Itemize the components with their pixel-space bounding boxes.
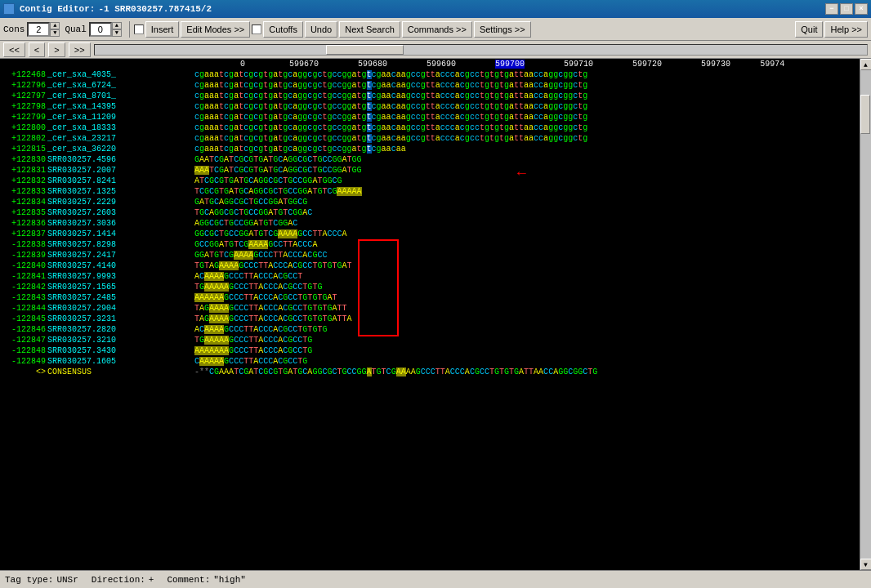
insert-checkbox[interactable] xyxy=(134,24,144,34)
close-button[interactable]: × xyxy=(855,3,868,15)
app-title: Contig Editor: xyxy=(20,4,95,14)
insert-button[interactable]: Insert xyxy=(145,21,180,38)
scroll-down-button[interactable]: ▼ xyxy=(860,559,872,570)
table-row: +122815_cer_sxa_36220 xyxy=(0,144,194,154)
vertical-scrollbar[interactable]: ▲ ▼ xyxy=(860,59,871,570)
table-row: +122834SRR030257.2229 xyxy=(0,197,194,207)
horizontal-scrollbar[interactable] xyxy=(94,44,868,56)
sequence-row: cgaaatcgatcgcgtgatgcaggcgctgccggatgtcgaa… xyxy=(194,133,860,144)
edit-modes-button[interactable]: Edit Modes >> xyxy=(181,21,250,38)
scroll-thumb[interactable] xyxy=(860,95,870,134)
read-name: SRR030257.2485 xyxy=(47,292,193,303)
sequence-data: GATGCAGGCGCTGCCGGATGGCG xyxy=(194,197,307,207)
read-name: SRR030257.1605 xyxy=(47,356,193,367)
row-number: +122468 xyxy=(0,69,47,80)
qual-input[interactable] xyxy=(89,22,112,37)
sequence-row: TCGCGTGATGCAGGCGCTGCCGGATGTCGAAAAA xyxy=(194,186,860,197)
read-name: _cer_sxa_8701_ xyxy=(47,91,193,101)
undo-button[interactable]: Undo xyxy=(305,21,337,38)
read-name: _cer_sxa_11209 xyxy=(47,112,193,122)
table-row: -122849SRR030257.1605 xyxy=(0,356,194,367)
commands-button[interactable]: Commands >> xyxy=(402,21,472,38)
settings-button[interactable]: Settings >> xyxy=(474,21,531,38)
sep1 xyxy=(129,21,130,38)
read-name: SRR030257.8241 xyxy=(47,176,193,186)
scroll-up-button[interactable]: ▲ xyxy=(860,59,872,70)
table-row: +122798_cer_sxa_14395 xyxy=(0,101,194,112)
sequence-data: TAGAAAAGCCCTTACCCACGCCTGTGTGATTA xyxy=(194,314,352,324)
cons-input[interactable] xyxy=(27,22,50,37)
table-row: +122833SRR030257.1325 xyxy=(0,186,194,197)
first-button[interactable]: << xyxy=(3,42,25,57)
row-number: +122835 xyxy=(0,207,47,218)
sequence-data: ACAAAAGCCCTTACCCACGCCTGTGTG xyxy=(194,324,327,335)
table-row: +122802_cer_sxa_23217 xyxy=(0,133,194,144)
comment-label: Comment: xyxy=(167,575,210,585)
app-icon xyxy=(3,3,15,15)
read-name: _cer_sxa_14395 xyxy=(47,101,193,112)
sequence-data: cgaaatcgatcgcgtgatgcaggcgctgccggatgtcgaa… xyxy=(194,122,587,133)
last-button[interactable]: >> xyxy=(69,42,91,57)
cutoffs-checkbox-area: Cutoffs xyxy=(252,21,303,38)
cons-spin-up[interactable]: ▲ xyxy=(50,22,60,29)
sequence-row: cgaaatcgatcgcgtgatgcaggcgctgccggatgtcgaa… xyxy=(194,112,860,122)
sequence-row: AAAAAAGCCCTTACCCACGCCTGTGTGAT xyxy=(194,292,860,303)
quit-button[interactable]: Quit xyxy=(795,21,823,38)
row-number: -122844 xyxy=(0,303,47,314)
read-name: _cer_sxa_36220 xyxy=(47,144,193,154)
minimize-button[interactable]: − xyxy=(825,3,838,15)
row-number: -122838 xyxy=(0,239,47,250)
scroll-track[interactable] xyxy=(860,70,872,559)
scrollbar-thumb[interactable] xyxy=(326,45,404,55)
sequence-data: TGTAGAAAAGCCCTTACCCACGCCTGTGTGAT xyxy=(194,261,352,271)
next-search-button[interactable]: Next Search xyxy=(339,21,400,38)
sequence-row: CAAAAAGCCCTTACCCACGCCTG xyxy=(194,356,860,367)
sequence-row: GCCGGATGTCGAAAAGCCTTACCCA xyxy=(194,239,860,250)
read-name: _cer_sxa_18333 xyxy=(47,122,193,133)
read-name: SRR030257.2417 xyxy=(47,250,193,261)
sequence-data: TAGAAAAGCCCTTACCCACGCCTGTGTGATT xyxy=(194,303,346,314)
table-row: -122845SRR030257.3231 xyxy=(0,314,194,324)
read-name: SRR030257.1414 xyxy=(47,229,193,239)
table-row: +122836SRR030257.3036 xyxy=(0,218,194,229)
read-name: SRR030257.4596 xyxy=(47,154,193,165)
table-row: +122830SRR030257.4596 xyxy=(0,154,194,165)
sequence-data: cgaaatcgatcgcgtgatgcaggcgctgccggatgtcgaa… xyxy=(194,144,406,154)
position-ruler: 0 599670 599680 599690 599700 599710 599… xyxy=(194,59,860,69)
sequence-row: ATCGCGTGATGCAGGCGCTGCCGGATGGCG xyxy=(194,176,860,186)
prev-button[interactable]: < xyxy=(29,42,45,57)
sequence-row: cgaaatcgatcgcgtgatgcaggcgctgccggatgtcgaa… xyxy=(194,101,860,112)
cons-label: Cons xyxy=(3,24,25,34)
table-row: +122468_cer_sxa_4035_ xyxy=(0,69,194,80)
row-number: +122830 xyxy=(0,154,47,165)
sequence-data: AAATCGATCGCGTGATGCAGGCGCTGCCGGATGG xyxy=(194,165,362,176)
title-bar: Contig Editor: -1 SRR030257.787415/2 − □… xyxy=(0,0,871,18)
row-number: +122834 xyxy=(0,197,47,207)
sequence-data: ATCGCGTGATGCAGGCGCTGCCGGATGGCG xyxy=(194,176,342,186)
table-row: +122831SRR030257.2007 xyxy=(0,165,194,176)
help-button[interactable]: Help >> xyxy=(824,21,868,38)
sequence-data: TGAAAAAGCCCTTACCCACGCCTG xyxy=(194,335,312,345)
sequence-row: TGAAAAAGCCCTTACCCACGCCTGTG xyxy=(194,282,860,292)
qual-spin-up[interactable]: ▲ xyxy=(112,22,122,29)
maximize-button[interactable]: □ xyxy=(840,3,853,15)
row-number: +122799 xyxy=(0,112,47,122)
table-row: +122796_cer_sxa_6724_ xyxy=(0,80,194,91)
row-number: +122796 xyxy=(0,80,47,91)
read-name: SRR030257.1565 xyxy=(47,282,193,292)
cons-spin-down[interactable]: ▼ xyxy=(50,29,60,37)
sequence-data: TCGCGTGATGCAGGCGCTGCCGGATGTCGAAAAA xyxy=(194,186,362,197)
table-row: -122844SRR030257.2904 xyxy=(0,303,194,314)
cutoffs-checkbox[interactable] xyxy=(252,24,261,34)
next-button[interactable]: > xyxy=(48,42,65,57)
cutoffs-button[interactable]: Cutoffs xyxy=(263,21,303,38)
row-number: -122843 xyxy=(0,292,47,303)
comment-value: "high" xyxy=(213,575,246,585)
read-name: _cer_sxa_4035_ xyxy=(47,69,193,80)
qual-spin-down[interactable]: ▼ xyxy=(112,29,122,37)
row-number: +122798 xyxy=(0,101,47,112)
row-number: -122841 xyxy=(0,271,47,282)
nav-bar: << < > >> xyxy=(0,41,871,59)
read-name: SRR030257.2603 xyxy=(47,207,193,218)
row-number: +122837 xyxy=(0,229,47,239)
